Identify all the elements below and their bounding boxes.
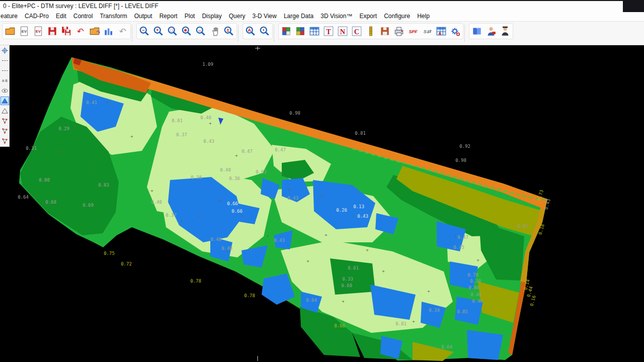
level-staff-button[interactable] [364, 24, 378, 38]
menu-item-3-d-view[interactable]: 3-D View [249, 12, 280, 21]
zoom-window-button[interactable]: □ [166, 24, 180, 38]
toolbar-separator [132, 25, 135, 42]
level-label: 0.34 [429, 308, 440, 313]
attribute-table-button[interactable]: A [434, 24, 448, 38]
tin-network-icon [1, 117, 9, 125]
zoom-lock-icon: A [245, 26, 256, 37]
svg-text:±: ± [226, 28, 229, 33]
point-marker: + [306, 258, 309, 263]
svg-text:+: + [156, 28, 158, 33]
ab-measure-button[interactable]: A·B [1, 76, 9, 85]
title-bar: 0 - Elite+PC - DTM survey : LEVEL DIFF [… [0, 0, 644, 11]
toolbar-separator [464, 25, 468, 42]
level-label: 0.37 [176, 132, 187, 137]
zoom-dynamic-button[interactable]: ↔ [194, 24, 208, 38]
settings-gears-button[interactable] [448, 24, 462, 38]
training-button[interactable] [498, 24, 512, 38]
drawing-canvas[interactable]: +++++++++++++++++++++++++++1.090.980.810… [0, 45, 644, 362]
visibility-button[interactable] [1, 86, 9, 95]
menu-item-plot[interactable]: Plot [181, 12, 199, 21]
point-marker: + [241, 213, 244, 218]
print-setup-icon [393, 26, 405, 37]
level-label: 0.43 [287, 196, 298, 201]
zoom-in-button[interactable]: + [151, 24, 166, 38]
save-button[interactable] [45, 24, 59, 38]
help-book-icon [471, 26, 482, 37]
level-label: 0.40 [470, 292, 481, 297]
ev-export-icon: EV [33, 26, 44, 37]
zoom-lock-button[interactable]: A [244, 24, 258, 38]
snap-settings-button[interactable] [1, 46, 9, 55]
open-project-button[interactable] [3, 24, 17, 38]
spf-button[interactable]: SPF [406, 24, 420, 38]
level-label: 0.38 [191, 175, 202, 180]
zoom-window-icon: □ [167, 26, 178, 37]
menu-item-export[interactable]: Export [356, 12, 380, 21]
menu-item-output[interactable]: Output [131, 12, 156, 21]
code-toggle-button[interactable]: C [350, 24, 364, 38]
number-toggle-button[interactable]: N [336, 24, 350, 38]
ev-export-button[interactable]: EV [31, 24, 45, 38]
menu-item-configure[interactable]: Configure [380, 12, 414, 21]
point-marker: + [382, 268, 385, 274]
save-icon [47, 26, 58, 37]
menu-item-query[interactable]: Query [225, 12, 249, 21]
palette-button[interactable] [293, 24, 307, 38]
level-label: 0.43 [203, 139, 214, 144]
point-marker: + [427, 289, 430, 294]
menu-item-report[interactable]: Report [156, 12, 181, 21]
help-book-button[interactable] [470, 24, 484, 38]
svg-text:∗: ∗ [184, 28, 187, 33]
level-label: 0.68 [45, 200, 56, 205]
level-label: 0.79 [467, 273, 478, 278]
spf-icon: SPF [408, 26, 419, 37]
menu-item-large-data[interactable]: Large Data [280, 12, 317, 21]
mesh-network-button[interactable] [1, 127, 9, 135]
menu-item-edit[interactable]: Edit [52, 12, 70, 21]
zoom-in-icon: + [153, 26, 164, 37]
level-label: 0.26 [336, 208, 347, 213]
tutorials-icon [486, 26, 497, 37]
tin-network-button[interactable] [1, 117, 9, 125]
data-view-button[interactable] [102, 24, 116, 38]
menu-item-display[interactable]: Display [198, 12, 225, 21]
menu-item-transform[interactable]: Transform [96, 12, 130, 21]
zoom-out-button[interactable]: − [137, 24, 151, 38]
menu-item-cad-pro[interactable]: CAD-Pro [21, 12, 52, 21]
scale-transform-button[interactable]: S⇄ [420, 24, 434, 38]
triangle-wire-button[interactable] [1, 107, 9, 115]
menu-item-eature[interactable]: eature [0, 12, 21, 21]
text-toggle-button[interactable]: T [321, 24, 336, 38]
side-toolbar: A·B [0, 45, 10, 147]
menu-item-help[interactable]: Help [414, 12, 433, 21]
triangle-model-icon [1, 97, 9, 105]
import-folder-button[interactable]: ↷ [88, 24, 102, 38]
undo-button[interactable]: ↶ [116, 24, 130, 38]
menu-item-3d-vision[interactable]: 3D Vision™ [317, 12, 356, 21]
svg-text:↔: ↔ [197, 28, 202, 33]
save-all-button[interactable] [59, 24, 73, 38]
zoom-scale-button[interactable]: ∗ [180, 24, 194, 38]
level-label: 0.64 [441, 344, 452, 349]
layers-button[interactable] [279, 24, 293, 38]
realtime-zoom-button[interactable]: ± [222, 24, 236, 38]
level-label: 0.41 [86, 100, 97, 105]
tutorials-button[interactable] [484, 24, 498, 38]
point-marker: + [412, 319, 415, 324]
dashed-line-button[interactable] [1, 56, 9, 65]
grid-view-icon [309, 26, 320, 37]
triangle-model-button[interactable] [1, 97, 9, 105]
grid-view-button[interactable] [307, 24, 321, 38]
save-grid-button[interactable] [378, 24, 392, 38]
revert-button[interactable]: ↶ [73, 24, 88, 38]
menu-item-control[interactable]: Control [70, 12, 97, 21]
canvas-top-tick [255, 46, 260, 50]
print-setup-button[interactable] [392, 24, 406, 38]
realtime-zoom-icon: ± [223, 26, 234, 37]
ev-document-button[interactable]: EV [17, 24, 31, 38]
dotted-line-button[interactable] [1, 66, 9, 75]
node-network-button[interactable] [1, 137, 9, 145]
zoom-search-button[interactable]: • [258, 24, 272, 38]
pan-hand-button[interactable] [208, 24, 222, 38]
level-label: 0.75 [104, 251, 115, 256]
